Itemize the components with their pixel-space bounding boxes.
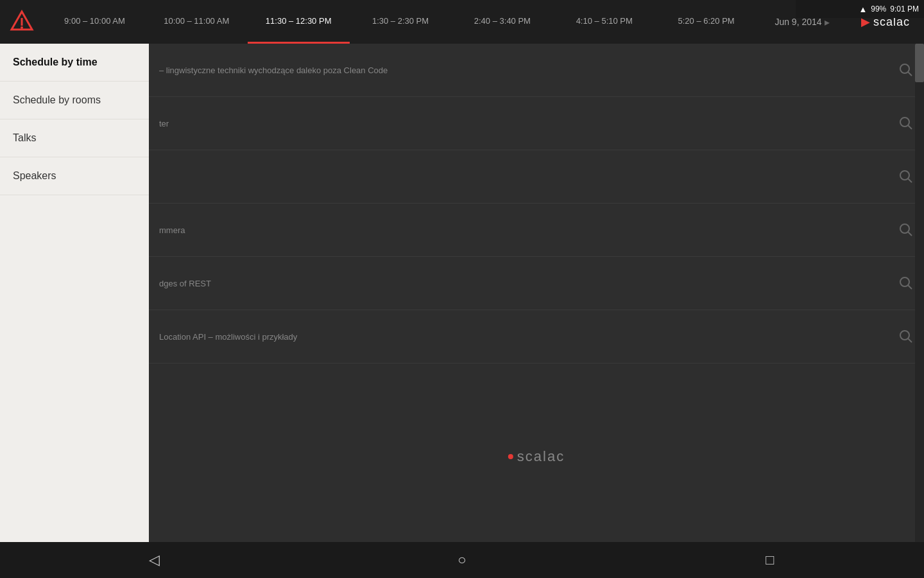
svg-point-7 [900,171,909,180]
scalac-watermark: scalac [508,448,565,465]
sidebar-item-talks[interactable]: Talks [0,119,149,157]
scrollbar[interactable] [915,44,924,542]
table-row[interactable]: – lingwistyczne techniki wychodzące dale… [149,44,924,97]
svg-line-6 [909,126,912,130]
sidebar-item-schedule-time[interactable]: Schedule by time [0,44,149,82]
svg-point-2 [21,26,23,29]
status-bar: ▲ 99% 9:01 PM [796,0,924,18]
svg-point-9 [900,224,909,233]
home-button[interactable]: ○ [443,552,481,568]
time-display: 9:01 PM [890,4,919,13]
svg-line-12 [909,286,912,290]
top-bar: 9:00 – 10:00 AM 10:00 – 11:00 AM 11:30 –… [0,0,924,44]
time-slot-5[interactable]: 4:10 – 5:10 PM [553,0,655,44]
sidebar-item-schedule-rooms[interactable]: Schedule by rooms [0,82,149,119]
svg-line-8 [909,179,912,183]
table-row[interactable] [149,150,924,204]
time-slot-4[interactable]: 2:40 – 3:40 PM [451,0,553,44]
scalac-dot-icon [508,454,513,459]
app-logo[interactable] [0,0,44,44]
time-slots: 9:00 – 10:00 AM 10:00 – 11:00 AM 11:30 –… [44,0,757,44]
sidebar-item-speakers[interactable]: Speakers [0,157,149,195]
sidebar: Schedule by time Schedule by rooms Talks… [0,44,149,542]
time-slot-2[interactable]: 11:30 – 12:30 PM [248,0,350,44]
time-slot-1[interactable]: 10:00 – 11:00 AM [146,0,248,44]
main-content: – lingwistyczne techniki wychodzące dale… [149,44,924,542]
time-slot-0[interactable]: 9:00 – 10:00 AM [44,0,146,44]
scroll-thumb[interactable] [915,44,924,82]
recents-button[interactable]: □ [751,552,789,568]
back-button[interactable]: ◁ [135,552,173,568]
svg-point-5 [900,118,909,127]
svg-line-14 [909,339,912,343]
bottom-nav: ◁ ○ □ [0,542,924,578]
svg-line-4 [909,73,912,76]
svg-point-11 [900,277,909,286]
table-row[interactable]: Location API – możliwości i przykłady [149,310,924,363]
table-row[interactable]: ter [149,97,924,150]
battery-percent: 99% [871,4,886,13]
time-slot-3[interactable]: 1:30 – 2:30 PM [350,0,452,44]
svg-point-13 [900,331,909,340]
svg-point-3 [900,64,909,73]
table-row[interactable]: mmera [149,204,924,257]
table-row[interactable]: dges of REST [149,257,924,310]
time-slot-6[interactable]: 5:20 – 6:20 PM [655,0,757,44]
svg-line-10 [909,232,912,236]
wifi-icon: ▲ [859,4,867,14]
